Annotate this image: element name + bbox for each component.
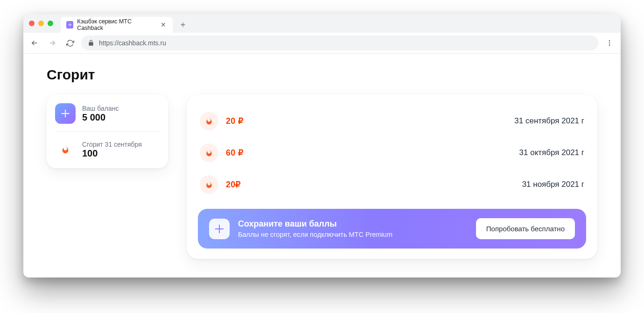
url-text: https://cashback.mts.ru — [99, 39, 166, 47]
promo-subtitle: Баллы не сгорят, если подключить МТС Pre… — [238, 231, 468, 238]
fire-icon — [200, 175, 218, 194]
browser-chrome: Кэшбэк сервис МТС Cashback ✕ ＋ https://c… — [23, 14, 621, 54]
more-menu-button[interactable] — [603, 36, 616, 50]
window-controls[interactable] — [29, 21, 53, 26]
try-free-button[interactable]: Попробовать бесплатно — [476, 218, 575, 239]
reload-button[interactable] — [63, 36, 77, 50]
maximize-window-icon[interactable] — [48, 21, 53, 26]
expiry-list-card: 20 ₽ 31 сентября 2021 г 60 ₽ 31 октября … — [187, 95, 597, 259]
close-window-icon[interactable] — [29, 21, 35, 26]
forward-button[interactable] — [46, 36, 59, 50]
expiry-row: 20₽ 31 ноября 2021 г — [198, 169, 586, 200]
expiry-date: 31 ноября 2021 г — [522, 180, 584, 189]
new-tab-button[interactable]: ＋ — [176, 18, 189, 31]
expiry-amount: 20₽ — [226, 179, 241, 190]
page-title: Сгорит — [47, 67, 597, 83]
expire-summary-value: 100 — [82, 148, 142, 159]
expiry-row: 60 ₽ 31 октября 2021 г — [198, 137, 586, 169]
premium-icon — [209, 219, 230, 239]
expiry-date: 31 сентября 2021 г — [514, 116, 584, 126]
expiry-row: 20 ₽ 31 сентября 2021 г — [198, 105, 586, 137]
minimize-window-icon[interactable] — [38, 21, 44, 26]
close-tab-icon[interactable]: ✕ — [160, 21, 167, 28]
page-content: Сгорит Ваш баланс 5 000 — [23, 54, 621, 277]
balance-icon — [55, 103, 76, 124]
expiry-date: 31 октября 2021 г — [519, 148, 584, 157]
fire-icon — [200, 112, 218, 130]
browser-tab[interactable]: Кэшбэк сервис МТС Cashback ✕ — [61, 17, 173, 33]
balance-label: Ваш баланс — [82, 105, 119, 112]
tab-title: Кэшбэк сервис МТС Cashback — [77, 18, 156, 31]
fire-icon — [55, 139, 76, 160]
svg-point-1 — [609, 43, 610, 44]
divider — [55, 131, 160, 132]
svg-point-0 — [609, 40, 610, 42]
balance-value: 5 000 — [82, 112, 119, 123]
expiry-amount: 20 ₽ — [226, 116, 243, 126]
address-bar[interactable]: https://cashback.mts.ru — [81, 36, 598, 50]
svg-point-2 — [609, 44, 610, 46]
back-button[interactable] — [28, 36, 41, 50]
promo-title: Сохраните ваши баллы — [238, 219, 468, 229]
favicon-icon — [66, 21, 73, 28]
browser-window: Кэшбэк сервис МТС Cashback ✕ ＋ https://c… — [23, 14, 621, 277]
toolbar: https://cashback.mts.ru — [23, 33, 621, 53]
fire-icon — [200, 143, 218, 162]
expire-summary-label: Сгорит 31 сентября — [82, 141, 142, 148]
tab-strip: Кэшбэк сервис МТС Cashback ✕ ＋ — [23, 14, 621, 33]
promo-banner: Сохраните ваши баллы Баллы не сгорят, ес… — [198, 209, 586, 249]
expiry-amount: 60 ₽ — [226, 148, 243, 158]
lock-icon — [88, 40, 94, 46]
balance-card: Ваш баланс 5 000 Сгорит 31 сентября 100 — [47, 95, 168, 168]
